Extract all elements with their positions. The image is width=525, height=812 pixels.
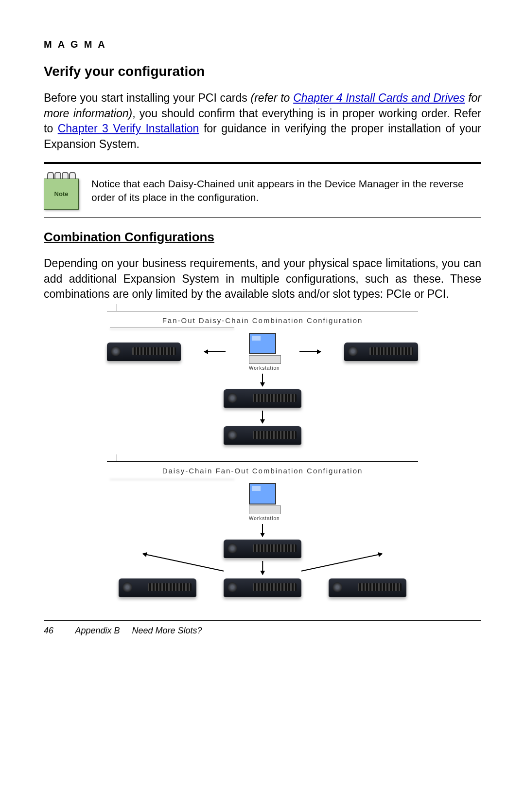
note-row: Note Notice that each Daisy-Chained unit… [44, 169, 481, 213]
chassis-icon [119, 578, 196, 597]
link-chapter-4[interactable]: Chapter 4 Install Cards and Drives [293, 91, 465, 104]
page: MAGMA Verify your configuration Before y… [0, 0, 525, 655]
arrow-left-icon [204, 351, 226, 352]
diagram-title: Fan-Out Daisy-Chain Combination Configur… [107, 311, 418, 327]
footer-title: Need More Slots? [132, 626, 202, 635]
footer-appendix: Appendix B [75, 626, 120, 635]
heading-verify: Verify your configuration [44, 64, 481, 79]
chassis-icon [224, 426, 301, 445]
chassis-icon [107, 343, 181, 361]
note-icon-label: Note [44, 179, 79, 210]
arrow-down-icon [262, 524, 263, 537]
arrow-down-icon [262, 374, 263, 386]
heading-combination: Combination Configurations [44, 230, 481, 245]
brand-header: MAGMA [44, 39, 481, 50]
workstation-label: Workstation [249, 516, 276, 521]
page-number: 46 [44, 626, 53, 635]
chassis-icon [224, 389, 301, 408]
chassis-icon [329, 578, 406, 597]
chassis-icon [224, 578, 301, 597]
paragraph-combination: Depending on your business requirements,… [44, 256, 481, 302]
workstation-label: Workstation [249, 365, 276, 371]
diagram-title: Daisy-Chain Fan-Out Combination Configur… [107, 462, 418, 478]
chassis-icon [224, 540, 301, 558]
footer-divider [44, 620, 481, 621]
workstation-icon: Workstation [249, 483, 276, 521]
diagram-title-box: Fan-Out Daisy-Chain Combination Configur… [107, 311, 418, 328]
page-footer: 46 Appendix B Need More Slots? [44, 626, 481, 636]
divider-heavy [44, 162, 481, 164]
note-text: Notice that each Daisy-Chained unit appe… [91, 177, 481, 205]
arrow-split-icon [107, 561, 418, 576]
diagram-daisy-fanout: Daisy-Chain Fan-Out Combination Configur… [107, 461, 418, 597]
diagram-fanout-daisy: Fan-Out Daisy-Chain Combination Configur… [107, 311, 418, 445]
diagram-title-box: Daisy-Chain Fan-Out Combination Configur… [107, 461, 418, 478]
chassis-icon [344, 343, 418, 361]
paragraph-verify: Before you start installing your PCI car… [44, 90, 481, 152]
arrow-down-icon [262, 411, 263, 423]
note-icon: Note [44, 172, 79, 210]
arrow-right-icon [299, 351, 321, 352]
link-chapter-3[interactable]: Chapter 3 Verify Installation [58, 122, 199, 135]
workstation-icon: Workstation [249, 333, 276, 371]
text-italic: (refer to [251, 91, 294, 104]
text: Before you start installing your PCI car… [44, 91, 251, 104]
divider-thin [44, 217, 481, 218]
